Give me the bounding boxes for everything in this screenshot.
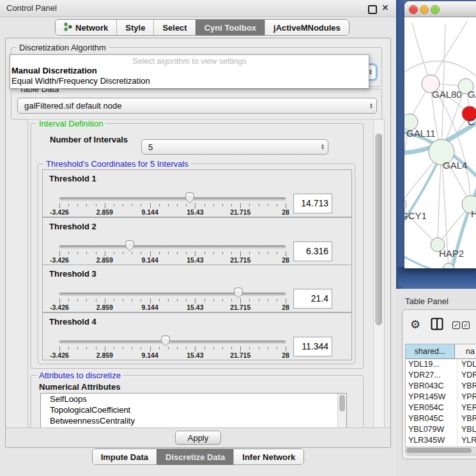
tab-label: Cyni Toolbox bbox=[204, 23, 256, 33]
attributes-group-label: Attributes to discretize bbox=[36, 371, 123, 380]
slider-track[interactable] bbox=[59, 293, 286, 296]
app-root: Control Panel ✕ NetworkStyleSelectCyni T… bbox=[0, 0, 476, 476]
column-header-shared-name[interactable]: shared... bbox=[406, 344, 455, 358]
tab-jactivemnodules[interactable]: jActiveMNodules bbox=[265, 20, 349, 35]
slider-tick-labels: -3.4262.8599.14415.4321.71528 bbox=[59, 303, 286, 311]
node-label: GCY1 bbox=[404, 210, 427, 221]
table-header[interactable]: shared... na bbox=[406, 344, 476, 359]
cell-shared-name[interactable]: YDR27... bbox=[406, 370, 457, 381]
cell-shared-name[interactable]: YBL079W bbox=[406, 424, 457, 435]
zoom-traffic-light-icon[interactable] bbox=[431, 5, 440, 14]
cell-shared-name[interactable]: YBR043C bbox=[406, 381, 457, 392]
gear-icon[interactable]: ⚙ bbox=[410, 318, 420, 331]
numerical-attributes-list[interactable]: SelfLoopsTopologicalCoefficientBetweenne… bbox=[40, 393, 347, 429]
cell-shared-name[interactable]: YDL19... bbox=[406, 359, 457, 370]
threshold-value-field[interactable]: 6.316 bbox=[293, 242, 332, 261]
num-intervals-combobox[interactable]: 5 ▲▼ bbox=[141, 139, 328, 155]
cell-name[interactable]: YPR1 bbox=[457, 392, 476, 403]
table-data-group: Table Data galFiltered.sif default node … bbox=[11, 89, 382, 119]
combo-arrows-icon: ▲▼ bbox=[366, 103, 376, 109]
node-table[interactable]: shared... na YDL19...YDL1YDR27...YDR2YBR… bbox=[405, 344, 476, 447]
cell-name[interactable]: YBR0 bbox=[457, 413, 476, 424]
table-row[interactable]: YBL079WYBL0 bbox=[406, 424, 476, 435]
slider-track[interactable] bbox=[59, 341, 286, 344]
tab-infer-network[interactable]: Infer Network bbox=[233, 449, 303, 464]
slider-thumb-icon[interactable] bbox=[233, 287, 243, 299]
checkbox-icon[interactable]: ✓ bbox=[462, 321, 470, 329]
cell-shared-name[interactable]: YPR145W bbox=[406, 392, 457, 403]
table-row[interactable]: YDR27...YDR2 bbox=[406, 370, 476, 381]
cell-name[interactable]: YLR3 bbox=[457, 435, 476, 446]
table-row[interactable]: YBR045CYBR0 bbox=[406, 413, 476, 424]
table-row[interactable]: YPR145WYPR1 bbox=[406, 392, 476, 403]
close-icon[interactable]: ✕ bbox=[381, 3, 389, 13]
attribute-list-item[interactable]: BetweennessCentrality bbox=[41, 415, 346, 426]
cell-shared-name[interactable]: YER054C bbox=[406, 403, 457, 413]
algorithm-option[interactable]: Manual Discretization bbox=[10, 66, 369, 76]
cell-name[interactable]: YDL1 bbox=[457, 359, 476, 370]
checkbox-icon[interactable]: ✓ bbox=[452, 321, 460, 329]
network-node-gcy1[interactable] bbox=[404, 197, 406, 211]
interval-definition-label: Interval Definition bbox=[36, 119, 105, 128]
threshold-value-field[interactable]: 21.4 bbox=[293, 289, 332, 309]
threshold-value-field[interactable]: 11.344 bbox=[293, 337, 332, 357]
tab-discretize-data[interactable]: Discretize Data bbox=[157, 449, 233, 464]
attribute-list-item[interactable]: TopologicalCoefficient bbox=[41, 404, 346, 415]
column-header-name[interactable]: na bbox=[455, 344, 476, 358]
list-scrollbar[interactable] bbox=[337, 394, 346, 429]
threshold-slider[interactable]: -3.4262.8599.14415.4321.71528 bbox=[59, 286, 286, 311]
minimize-traffic-light-icon[interactable] bbox=[420, 5, 429, 14]
dropdown-hint: Select algorithm to view settings bbox=[10, 55, 369, 66]
cell-name[interactable]: YER0 bbox=[457, 403, 476, 413]
slider-thumb-icon[interactable] bbox=[125, 240, 135, 252]
node-label: GAL80 bbox=[432, 89, 462, 100]
cell-name[interactable]: YBR0 bbox=[457, 381, 476, 392]
interval-definition-group: Interval Definition Number of Intervals … bbox=[31, 123, 364, 369]
table-row[interactable]: YBR043CYBR0 bbox=[406, 381, 476, 392]
tab-style[interactable]: Style bbox=[116, 20, 153, 35]
node-label: HAP2 bbox=[439, 248, 464, 259]
float-icon[interactable] bbox=[368, 5, 377, 14]
cell-shared-name[interactable]: YLR345W bbox=[406, 435, 457, 446]
cell-name[interactable]: YBL0 bbox=[457, 424, 476, 435]
slider-track[interactable] bbox=[59, 197, 286, 201]
network-icon bbox=[64, 22, 72, 33]
slider-thumb-icon[interactable] bbox=[160, 335, 171, 347]
threshold-panel: Threshold 4 -3.4262.8599.14415.4321.7152… bbox=[42, 312, 352, 360]
threshold-panel: Threshold 2 -3.4262.8599.14415.4321.7152… bbox=[42, 217, 352, 265]
slider-track[interactable] bbox=[59, 245, 286, 249]
threshold-slider[interactable]: -3.4262.8599.14415.4321.71528 bbox=[59, 334, 286, 358]
slider-thumb-icon[interactable] bbox=[185, 192, 195, 204]
table-data-combobox[interactable]: galFiltered.sif default node ▲▼ bbox=[17, 98, 377, 114]
network-window-titlebar[interactable] bbox=[404, 1, 476, 17]
tab-cyni-toolbox[interactable]: Cyni Toolbox bbox=[196, 20, 265, 35]
vertical-scrollbar[interactable] bbox=[373, 119, 384, 427]
cell-name[interactable]: YDR2 bbox=[457, 370, 476, 381]
table-panel-title: Table Panel bbox=[405, 296, 449, 306]
table-row[interactable]: YDL19...YDL1 bbox=[406, 359, 476, 370]
tab-label: Impute Data bbox=[101, 452, 148, 462]
threshold-value-field[interactable]: 14.713 bbox=[293, 194, 332, 213]
tab-select[interactable]: Select bbox=[153, 20, 195, 35]
table-row[interactable]: YER054CYER0 bbox=[406, 403, 476, 413]
apply-button[interactable]: Apply bbox=[175, 431, 221, 445]
cell-shared-name[interactable]: YBR045C bbox=[406, 413, 457, 424]
tab-network[interactable]: Network bbox=[56, 20, 116, 35]
node-label-partial: GA bbox=[468, 89, 476, 100]
columns-icon[interactable] bbox=[431, 318, 443, 333]
tab-label: Network bbox=[75, 23, 108, 33]
node-label: C bbox=[468, 116, 475, 127]
threshold-slider[interactable]: -3.4262.8599.14415.4321.71528 bbox=[59, 191, 286, 215]
attribute-list-item[interactable]: SelfLoops bbox=[41, 394, 346, 404]
numerical-attributes-label: Numerical Attributes bbox=[39, 382, 120, 392]
horizontal-scrollbar[interactable] bbox=[405, 447, 476, 456]
algorithm-option[interactable]: Equal Width/Frequency Discretization bbox=[10, 76, 369, 86]
table-row[interactable]: YLR345WYLR3 bbox=[406, 435, 476, 446]
table-panel-card: ⚙ ✓ ✓ shared... na YDL19...Y bbox=[402, 309, 476, 459]
threshold-slider[interactable]: -3.4262.8599.14415.4321.71528 bbox=[59, 239, 286, 263]
network-canvas[interactable]: GAL80CGAL11GAL4GCY1HHAP2GA bbox=[404, 17, 476, 268]
close-traffic-light-icon[interactable] bbox=[409, 5, 418, 14]
tab-impute-data[interactable]: Impute Data bbox=[93, 449, 157, 464]
network-view-window: GAL80CGAL11GAL4GCY1HHAP2GA bbox=[404, 1, 476, 268]
top-tab-bar: NetworkStyleSelectCyni ToolboxjActiveMNo… bbox=[0, 19, 396, 36]
